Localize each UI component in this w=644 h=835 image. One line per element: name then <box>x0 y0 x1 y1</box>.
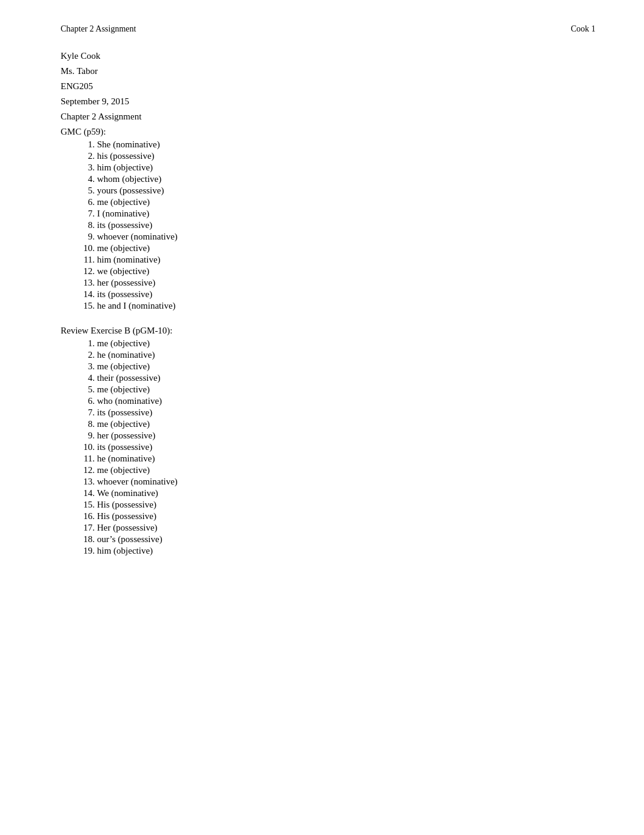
list-item: he and I (nominative) <box>97 301 595 311</box>
student-info: Kyle Cook Ms. Tabor ENG205 September 9, … <box>61 51 595 107</box>
list-item: their (possessive) <box>97 373 595 383</box>
list-item: her (possessive) <box>97 278 595 288</box>
page: Chapter 2 Assignment Cook 1 Kyle Cook Ms… <box>0 0 644 835</box>
page-header: Chapter 2 Assignment Cook 1 <box>61 24 595 34</box>
list-item: I (nominative) <box>97 209 595 219</box>
list-item: whoever (nominative) <box>97 232 595 242</box>
list-item: him (objective) <box>97 163 595 173</box>
list-item: whom (objective) <box>97 174 595 184</box>
page-title: Chapter 2 Assignment <box>61 112 595 122</box>
list-item: me (objective) <box>97 465 595 475</box>
list-item: me (objective) <box>97 197 595 207</box>
list-item: we (objective) <box>97 266 595 277</box>
section-gmc: GMC (p59): She (nominative)his (possessi… <box>61 127 595 311</box>
list-item: its (possessive) <box>97 220 595 230</box>
section-gmc-title: GMC (p59): <box>61 127 595 137</box>
list-item: our’s (possessive) <box>97 534 595 545</box>
list-item: he (nominative) <box>97 350 595 360</box>
list-item: me (objective) <box>97 361 595 372</box>
list-item: his (possessive) <box>97 151 595 161</box>
list-item: me (objective) <box>97 338 595 349</box>
list-item: His (possessive) <box>97 511 595 521</box>
list-item: me (objective) <box>97 384 595 395</box>
list-item: who (nominative) <box>97 396 595 406</box>
list-item: her (possessive) <box>97 431 595 441</box>
list-item: Her (possessive) <box>97 523 595 533</box>
section-review-list: me (objective)he (nominative)me (objecti… <box>97 338 595 556</box>
student-name: Kyle Cook <box>61 51 595 61</box>
list-item: him (nominative) <box>97 255 595 265</box>
list-item: its (possessive) <box>97 407 595 418</box>
course-name: ENG205 <box>61 81 595 92</box>
list-item: She (nominative) <box>97 139 595 150</box>
assignment-date: September 9, 2015 <box>61 96 595 107</box>
list-item: me (objective) <box>97 419 595 429</box>
list-item: We (nominative) <box>97 488 595 498</box>
list-item: its (possessive) <box>97 442 595 452</box>
list-item: its (possessive) <box>97 289 595 300</box>
header-left-text: Chapter 2 Assignment <box>61 24 136 34</box>
header-right-text: Cook 1 <box>571 24 595 34</box>
section-review: Review Exercise B (pGM-10): me (objectiv… <box>61 326 595 556</box>
section-gmc-list: She (nominative)his (possessive)him (obj… <box>97 139 595 311</box>
list-item: whoever (nominative) <box>97 477 595 487</box>
list-item: me (objective) <box>97 243 595 253</box>
list-item: he (nominative) <box>97 454 595 464</box>
teacher-name: Ms. Tabor <box>61 66 595 76</box>
list-item: yours (possessive) <box>97 186 595 196</box>
section-review-title: Review Exercise B (pGM-10): <box>61 326 595 336</box>
list-item: him (objective) <box>97 546 595 556</box>
list-item: His (possessive) <box>97 500 595 510</box>
